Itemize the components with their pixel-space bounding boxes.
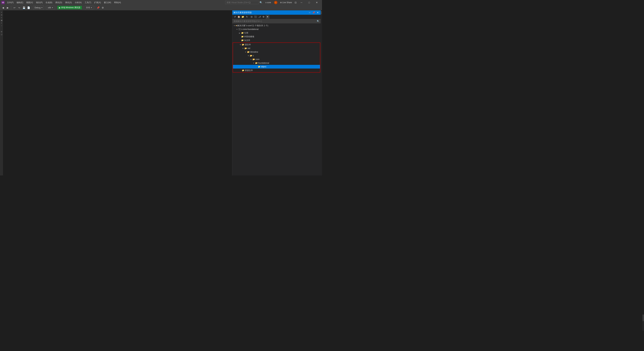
vs-logo: VS [1, 1, 5, 4]
search-icon: 🔍 [260, 1, 262, 4]
menu-test[interactable]: 测试(S) [64, 1, 73, 4]
sol-props-button[interactable]: ⚙ [262, 15, 266, 19]
solution-explorer-panel: 解决方案资源管理器 ─ 📌 ✕ ↺ 🏠 📁 ↻ ⊟ ⬛ ⎇ ⚙ ▼ 🔍 ▼ [232, 10, 321, 176]
resources-label: 资源文件 [245, 69, 253, 72]
menu-edit[interactable]: 编辑(E) [15, 1, 24, 4]
window-controls: ─ □ ✕ [298, 0, 321, 5]
menu-build[interactable]: 生成(B) [44, 1, 54, 4]
forward-button[interactable]: ▶ [6, 6, 10, 10]
tree-headers[interactable]: 📁 头文件 [232, 39, 321, 42]
platform-label: x86 [48, 7, 51, 9]
extra-button-2[interactable]: ⚙ [101, 6, 105, 10]
tree-sources[interactable]: ▼ 📂 源文件 [233, 43, 320, 47]
tree-ittimeline[interactable]: ▼ 📂 ittimeline [233, 50, 320, 54]
menu-file[interactable]: 文件(F) [6, 1, 15, 4]
sol-sync-button[interactable]: ↺ [233, 15, 237, 19]
live-share-button[interactable]: ⊕ Live Share [278, 1, 294, 4]
solution-search: 🔍 [232, 19, 321, 24]
menu-view[interactable]: 视图(V) [25, 1, 34, 4]
net-icon: 📂 [244, 47, 247, 50]
auto-label: 自动 [86, 6, 90, 9]
project-title: c-core [264, 1, 273, 4]
project-node-label: c-core-foundational [241, 28, 258, 31]
tree-core[interactable]: ▼ 📂 core [233, 58, 320, 61]
menu-tools[interactable]: 工具(T) [83, 1, 92, 4]
menu-extensions[interactable]: 扩展(X) [93, 1, 102, 4]
activity-icon-1: ≡ [0, 11, 3, 13]
tree-c[interactable]: ▼ 📂 c [233, 54, 320, 58]
object-icon: 📁 [258, 65, 260, 68]
right-scrollbar-thumb [321, 11, 322, 14]
foundational-arrow: ▼ [252, 62, 255, 64]
menu-analyze[interactable]: 分析(N) [74, 1, 83, 4]
menu-help[interactable]: 帮助(H) [113, 1, 122, 4]
menu-project[interactable]: 项目(P) [34, 1, 44, 4]
solution-explorer-title: 解决方案资源管理器 [234, 11, 307, 14]
sol-filter-button[interactable]: ▼ [266, 15, 270, 19]
project-arrow: ▼ [236, 28, 238, 31]
sol-git-button[interactable]: ⎇ [258, 15, 261, 19]
menu-bar: 文件(F) 编辑(E) 视图(V) 项目(P) 生成(B) 调试(D) 测试(S… [6, 1, 224, 4]
tree-net[interactable]: ▼ 📂 net [233, 47, 320, 50]
foundational-label: foundational [258, 62, 269, 64]
activity-icon-4: ▦ [0, 19, 3, 22]
save-all-button[interactable]: 💾 [22, 6, 26, 10]
run-icon: ▶ [59, 7, 60, 9]
sol-refresh-button[interactable]: ↻ [245, 15, 249, 19]
tree-object[interactable]: 📁 object [233, 65, 320, 69]
tree-project-node[interactable]: ▼ ⬛ c-core-foundational [232, 28, 321, 31]
undo-button[interactable]: ↩ [12, 6, 16, 10]
toolbar-separator-3 [45, 6, 45, 9]
platform-dropdown[interactable]: x86 ▼ [46, 6, 54, 10]
sources-label: 源文件 [245, 43, 251, 46]
main-toolbar: ◀ ▶ ↩ ↪ 💾 📄 Debug ▼ x86 ▼ ▶ 本地 Windows 调… [0, 5, 322, 10]
solution-search-input[interactable] [234, 20, 317, 23]
live-share-label: Live Share [282, 1, 292, 4]
core-icon: 📂 [252, 58, 255, 61]
menu-window[interactable]: 窗口(W) [102, 1, 112, 4]
tree-foundational[interactable]: ▼ 📂 foundational [233, 61, 320, 65]
platform-arrow: ▼ [52, 7, 53, 9]
solution-icon: ■ [236, 25, 237, 27]
solution-pin2-button[interactable]: 📌 [312, 11, 315, 14]
maximize-button[interactable]: □ [305, 0, 313, 5]
tree-resources[interactable]: 📁 资源文件 [233, 69, 320, 72]
net-label: net [248, 47, 250, 50]
tree-external-deps[interactable]: 📁 外部依赖项 [232, 35, 321, 39]
extra-button[interactable]: 📌 [96, 6, 100, 10]
project-icon: ⬛ [238, 28, 241, 31]
auto-dropdown[interactable]: 自动 ▼ [85, 6, 93, 10]
editor-area: 输出 ▲ 📌 ✕ 显示输出来源(S): 源代码管理 - Git ▲ ▼ ⊡ ≡ … [3, 10, 232, 176]
solution-close-button[interactable]: ✕ [316, 11, 319, 14]
tree-solution-node[interactable]: ▼ ■ 解决方案"c-core"(1 个项目/共 1 个) [232, 24, 321, 28]
title-bar: VS 文件(F) 编辑(E) 视图(V) 项目(P) 生成(B) 调试(D) 测… [0, 0, 322, 5]
headers-icon: 📁 [241, 39, 244, 42]
minimize-button[interactable]: ─ [298, 0, 305, 5]
close-button[interactable]: ✕ [313, 0, 321, 5]
menu-debug[interactable]: 调试(D) [54, 1, 64, 4]
code-editor[interactable] [3, 10, 232, 176]
redo-button[interactable]: ↪ [17, 6, 21, 10]
c-label: c [253, 55, 254, 57]
save-button[interactable]: 📄 [26, 6, 30, 10]
toolbar-separator-5 [83, 6, 84, 9]
references-icon: 📁 [241, 32, 244, 34]
global-search-input[interactable] [225, 1, 258, 4]
sol-show-files-button[interactable]: 📁 [241, 15, 245, 19]
tree-references[interactable]: ▶ 📁 引用 [232, 31, 321, 35]
live-share-icon: ⊕ [280, 1, 282, 4]
sol-collapse-button[interactable]: ⊟ [250, 15, 253, 19]
core-arrow: ▼ [250, 58, 252, 61]
sol-home-button[interactable]: 🏠 [237, 15, 241, 19]
user-avatar: ● [274, 1, 278, 4]
debug-config-dropdown[interactable]: Debug ▼ [34, 6, 44, 10]
debug-config-label: Debug [34, 7, 40, 9]
object-label: object [261, 66, 266, 68]
back-button[interactable]: ◀ [1, 6, 5, 10]
expand-icon[interactable]: ⊡ [294, 1, 296, 4]
right-scrollbar[interactable] [321, 10, 322, 176]
sol-pending-button[interactable]: ⬛ [254, 15, 257, 19]
run-debugger-button[interactable]: ▶ 本地 Windows 调试器 [57, 6, 82, 9]
solution-node-label: 解决方案"c-core"(1 个项目/共 1 个) [237, 24, 268, 27]
solution-pin-button[interactable]: ─ [308, 11, 311, 14]
